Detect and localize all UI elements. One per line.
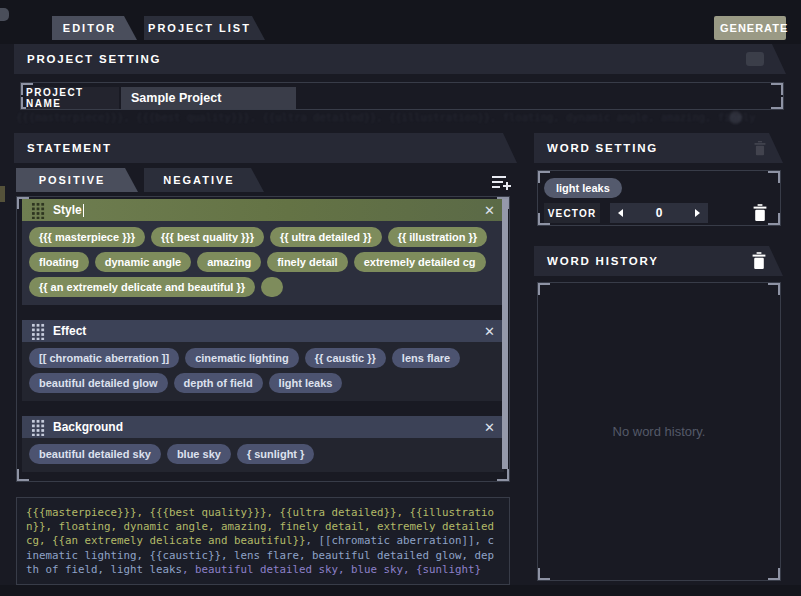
bottom-strip: [0, 585, 801, 596]
group-header[interactable]: Effect✕: [22, 320, 504, 342]
group-title[interactable]: Effect: [53, 324, 86, 338]
tag-pill[interactable]: {{ an extremely delicate and beautiful }…: [29, 277, 255, 297]
trash-icon[interactable]: [753, 141, 767, 156]
generate-button[interactable]: GENERATE: [714, 16, 786, 40]
tab-positive-label: POSITIVE: [39, 174, 106, 186]
tab-negative[interactable]: NEGATIVE: [144, 168, 264, 192]
tag-list: beautiful detailed skyblue sky{ sunlight…: [22, 438, 504, 472]
app-window: EDITOR PROJECT LIST GENERATE PROJECT SET…: [0, 0, 801, 596]
group-header[interactable]: Style✕: [22, 199, 504, 221]
collapse-icon[interactable]: [746, 52, 764, 66]
tag-pill[interactable]: amazing: [197, 252, 261, 272]
statement-header: STATEMENT: [14, 133, 517, 163]
tab-project-list[interactable]: PROJECT LIST: [144, 16, 265, 40]
text-caret: [83, 204, 85, 217]
tag-pill[interactable]: {{{ best quality }}}: [151, 227, 264, 247]
faded-preview-text: {{{masterpiece}}}, {{{best quality}}}, {…: [16, 110, 760, 124]
tag-list: [[ chromatic aberration ]]cinematic ligh…: [22, 342, 504, 401]
word-history-header: WORD HISTORY: [534, 246, 783, 276]
project-setting-title: PROJECT SETTING: [27, 53, 161, 65]
tag-pill[interactable]: {{ ultra detailed }}: [270, 227, 382, 247]
group-title[interactable]: Background: [53, 420, 123, 434]
tag-list: {{{ masterpiece }}}{{{ best quality }}}{…: [22, 221, 504, 305]
close-group-icon[interactable]: ✕: [484, 325, 495, 338]
tag-pill[interactable]: lens flare: [392, 348, 460, 368]
project-setting-header: PROJECT SETTING: [14, 44, 786, 74]
tag-pill[interactable]: cinematic lighting: [185, 348, 299, 368]
preview-segment: , beautiful detailed sky, blue sky, {sun…: [182, 563, 481, 576]
word-history-title: WORD HISTORY: [547, 255, 659, 267]
decrement-arrow-icon[interactable]: [618, 209, 623, 217]
tag-pill[interactable]: floating: [29, 252, 89, 272]
tag-pill[interactable]: beautiful detailed glow: [29, 373, 168, 393]
group-list: Style✕{{{ masterpiece }}}{{{ best qualit…: [16, 196, 510, 482]
drag-handle-icon[interactable]: [31, 202, 45, 219]
statement-group: Style✕{{{ masterpiece }}}{{{ best qualit…: [22, 199, 504, 305]
vector-stepper: 0: [610, 203, 708, 223]
tag-pill[interactable]: {{ caustic }}: [305, 348, 386, 368]
tab-editor[interactable]: EDITOR: [52, 16, 137, 40]
tab-editor-label: EDITOR: [63, 22, 116, 34]
increment-arrow-icon[interactable]: [695, 209, 700, 217]
statement-group: Background✕beautiful detailed skyblue sk…: [22, 416, 504, 472]
empty-history-message: No word history.: [613, 424, 706, 439]
scrollbar-thumb[interactable]: [502, 199, 508, 469]
tag-pill[interactable]: { sunlight }: [237, 444, 314, 464]
tag-pill[interactable]: depth of field: [174, 373, 263, 393]
tag-pill[interactable]: {{ illustration }}: [388, 227, 487, 247]
word-setting-panel: light leaks VECTOR 0: [537, 170, 781, 226]
group-title[interactable]: Style: [53, 203, 82, 217]
word-setting-title: WORD SETTING: [547, 142, 658, 154]
prompt-preview[interactable]: {{{masterpiece}}}, {{{best quality}}}, {…: [16, 497, 510, 585]
tag-pill[interactable]: {{{ masterpiece }}}: [29, 227, 145, 247]
tag-pill[interactable]: blue sky: [167, 444, 231, 464]
tag-pill[interactable]: [[ chromatic aberration ]]: [29, 348, 179, 368]
tab-project-list-label: PROJECT LIST: [148, 22, 251, 34]
statement-group: Effect✕[[ chromatic aberration ]]cinemat…: [22, 320, 504, 401]
tab-positive[interactable]: POSITIVE: [16, 168, 138, 192]
tag-pill[interactable]: extremely detailed cg: [354, 252, 486, 272]
screen-edge-artifact: [0, 186, 5, 202]
screen-edge-artifact: [0, 8, 9, 21]
close-group-icon[interactable]: ✕: [484, 421, 495, 434]
word-setting-header: WORD SETTING: [534, 133, 783, 163]
word-history-panel: No word history.: [537, 282, 781, 581]
drag-handle-icon[interactable]: [31, 323, 45, 340]
vector-label: VECTOR: [544, 203, 600, 223]
close-group-icon[interactable]: ✕: [484, 204, 495, 217]
vector-value: 0: [656, 206, 663, 220]
project-name-input[interactable]: [121, 87, 296, 109]
delete-word-trash-icon[interactable]: [752, 204, 768, 222]
group-header[interactable]: Background✕: [22, 416, 504, 438]
new-tag-stub[interactable]: [261, 277, 283, 297]
tag-pill[interactable]: beautiful detailed sky: [29, 444, 161, 464]
drag-handle-icon[interactable]: [31, 419, 45, 436]
tab-negative-label: NEGATIVE: [163, 174, 234, 186]
tag-pill[interactable]: dynamic angle: [95, 252, 191, 272]
tag-pill[interactable]: finely detail: [267, 252, 348, 272]
playlist-add-icon[interactable]: [491, 175, 512, 191]
selected-word-chip[interactable]: light leaks: [544, 178, 622, 198]
clear-history-trash-icon[interactable]: [751, 252, 767, 270]
statement-title: STATEMENT: [27, 142, 112, 154]
project-name-label: PROJECT NAME: [26, 87, 119, 109]
tag-pill[interactable]: light leaks: [269, 373, 343, 393]
